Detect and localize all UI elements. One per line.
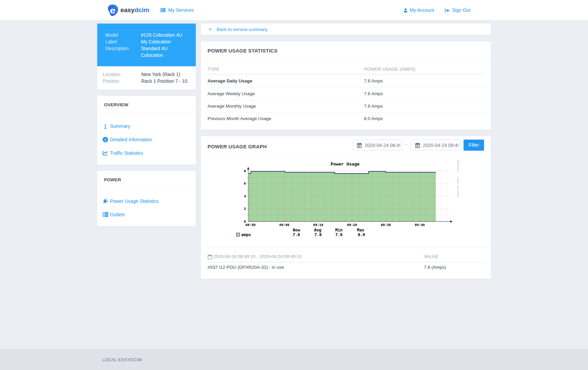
svg-text:08:50: 08:50: [246, 223, 256, 227]
svg-text:09:20: 09:20: [347, 223, 357, 227]
svg-text:e: e: [110, 6, 116, 15]
svg-text:8: 8: [244, 170, 246, 173]
svg-text:7.8: 7.8: [293, 233, 300, 237]
svg-text:Min: Min: [335, 228, 343, 233]
svg-text:09:40: 09:40: [415, 223, 425, 227]
svg-text:amps: amps: [241, 233, 251, 237]
svg-text:6: 6: [244, 182, 246, 186]
svg-text:09:00: 09:00: [279, 223, 289, 227]
svg-text:Power Usage: Power Usage: [331, 162, 360, 167]
svg-text:2: 2: [244, 207, 246, 211]
svg-text:09:30: 09:30: [381, 223, 391, 227]
svg-text:RRDTOOL / TOBI OETIKER: RRDTOOL / TOBI OETIKER: [456, 160, 459, 197]
svg-text:7.6: 7.6: [335, 233, 343, 237]
svg-text:Max: Max: [357, 228, 364, 233]
svg-text:Avg: Avg: [314, 228, 322, 233]
svg-text:09:10: 09:10: [313, 223, 323, 227]
svg-text:7.8: 7.8: [315, 233, 322, 237]
svg-text:Now: Now: [293, 228, 300, 233]
svg-text:4: 4: [244, 195, 246, 198]
svg-text:8.0: 8.0: [358, 233, 365, 237]
